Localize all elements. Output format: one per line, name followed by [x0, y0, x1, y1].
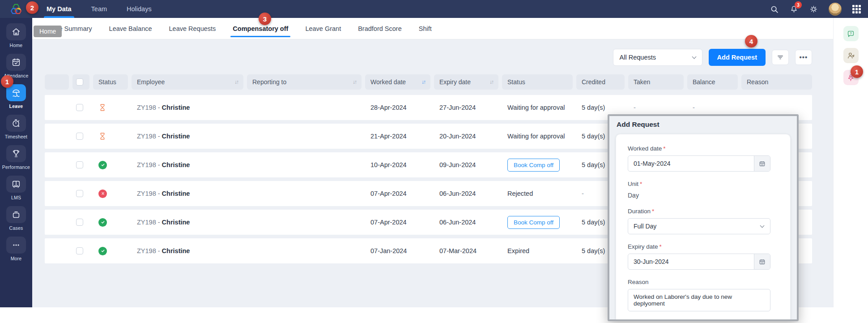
header-worked-date: Worked date↓↑: [365, 74, 430, 90]
tab-leave-balance[interactable]: Leave Balance: [109, 18, 152, 39]
expiry-date-cell: 06-Jun-2024: [434, 219, 498, 226]
rejected-x-icon: [98, 189, 107, 198]
expiry-date-cell: 07-Mar-2024: [434, 247, 498, 254]
sidebar-item-lms[interactable]: LMS: [0, 176, 32, 200]
reason-field: Reason Worked on Laborer's day due to ne…: [628, 279, 770, 311]
select-all-checkbox[interactable]: [76, 78, 83, 86]
timesheet-icon: [6, 115, 26, 132]
expiry-date-input[interactable]: 30-Jun-2024: [628, 254, 770, 270]
status-cell: Expired: [502, 247, 573, 254]
nav-item-my-data[interactable]: My Data: [46, 0, 72, 18]
unit-value: Day: [628, 191, 770, 199]
expiry-date-cell: 27-Jun-2024: [434, 104, 498, 111]
taken-cell: -: [628, 104, 684, 111]
chevron-down-icon: [692, 54, 696, 59]
row-checkbox[interactable]: [76, 161, 83, 168]
table-header: Status Employee↓↑ Reporting to↓↑ Worked …: [45, 74, 812, 90]
right-rail: ?: [833, 18, 868, 307]
sidebar-item-performance[interactable]: Performance: [0, 145, 32, 170]
user-avatar[interactable]: [829, 3, 842, 16]
tab-shift[interactable]: Shift: [419, 18, 432, 39]
approved-check-icon: [98, 218, 107, 227]
sidebar-item-home[interactable]: Home: [0, 23, 32, 48]
help-icon: ?: [847, 30, 855, 38]
duration-field: Duration* Full Day: [628, 208, 770, 234]
calendar-icon[interactable]: [754, 254, 770, 269]
svg-text:?: ?: [850, 31, 852, 35]
nav-item-team[interactable]: Team: [90, 0, 108, 18]
worked-date-input[interactable]: 01-May-2024: [628, 155, 770, 172]
sidebar: Home Attendance Leave Timesheet Performa…: [0, 18, 32, 307]
required-asterisk: *: [663, 145, 665, 152]
tab-leave-grant[interactable]: Leave Grant: [305, 18, 341, 39]
credited-cell: 5 day(s): [576, 104, 625, 111]
filter-icon: [776, 53, 784, 61]
status-cell: Book Comp off: [502, 159, 573, 172]
worked-date-cell: 28-Apr-2024: [365, 104, 430, 111]
worked-date-cell: 10-Apr-2024: [365, 161, 430, 168]
status-cell: Waiting for approval: [502, 133, 573, 140]
status-cell: Rejected: [502, 190, 573, 197]
annotation-badge-2: 2: [26, 1, 38, 14]
row-checkbox[interactable]: [76, 133, 83, 140]
sidebar-item-cases[interactable]: Cases: [0, 206, 32, 231]
sidebar-item-more[interactable]: More: [0, 237, 32, 261]
notifications-bell-icon[interactable]: 3: [789, 4, 798, 13]
approved-check-icon: [98, 161, 107, 169]
pending-hourglass-icon: [98, 103, 106, 112]
row-checkbox[interactable]: [76, 247, 83, 254]
annotation-badge-3: 3: [259, 13, 271, 25]
approved-check-icon: [98, 247, 107, 255]
apps-grid-icon[interactable]: [852, 5, 861, 13]
sort-icon-active[interactable]: ↓↑: [421, 79, 425, 85]
expiry-date-cell: 06-Jun-2024: [434, 190, 498, 197]
book-comp-off-button[interactable]: Book Comp off: [507, 216, 560, 229]
expiry-date-cell: 20-Jun-2024: [434, 133, 498, 140]
help-chat-button[interactable]: ?: [843, 26, 859, 41]
table-toolbar: All Requests Add Request •••: [45, 48, 812, 66]
home-icon: [6, 23, 26, 40]
worked-date-cell: 07-Apr-2024: [365, 190, 430, 197]
header-reporting-to: Reporting to↓↑: [247, 74, 362, 90]
org-people-button[interactable]: [843, 48, 859, 63]
header-status-icon: Status: [93, 74, 128, 90]
attendance-icon: [6, 54, 26, 71]
requests-filter-select[interactable]: All Requests: [613, 49, 702, 66]
tab-bradford-score[interactable]: Bradford Score: [358, 18, 402, 39]
add-request-button[interactable]: Add Request: [709, 49, 766, 66]
reason-textarea[interactable]: Worked on Laborer's day due to new deply…: [628, 289, 770, 311]
header-select-all: [72, 74, 89, 90]
header-balance: Balance: [687, 74, 738, 90]
performance-trophy-icon: [6, 145, 26, 162]
row-checkbox[interactable]: [76, 190, 83, 197]
add-request-modal: Add Request Worked date* 01-May-2024 Uni…: [608, 114, 799, 321]
header-status: Status: [502, 74, 573, 90]
header-credited: Credited: [576, 74, 625, 90]
settings-gear-icon[interactable]: [809, 4, 818, 13]
annotation-badge-4: 4: [745, 35, 757, 47]
duration-select[interactable]: Full Day: [628, 218, 770, 234]
sidebar-item-timesheet[interactable]: Timesheet: [0, 115, 32, 139]
sort-icon[interactable]: ↓↑: [489, 79, 493, 85]
header-expiry-date: Expiry date↓↑: [434, 74, 498, 90]
filter-button[interactable]: [772, 50, 789, 65]
unit-field: Unit* Day: [628, 181, 770, 199]
sort-icon[interactable]: ↓↑: [234, 79, 238, 85]
nav-item-holidays[interactable]: Holidays: [126, 0, 153, 18]
required-asterisk: *: [652, 208, 654, 215]
chevron-down-icon: [760, 223, 765, 228]
sort-icon[interactable]: ↓↑: [353, 79, 356, 85]
people-icon: [847, 51, 855, 60]
row-checkbox[interactable]: [76, 104, 83, 111]
home-tooltip: Home: [34, 26, 62, 37]
search-icon[interactable]: [770, 4, 779, 13]
tab-leave-requests[interactable]: Leave Requests: [169, 18, 216, 39]
topbar-actions: 3: [770, 3, 868, 16]
sidebar-item-attendance[interactable]: Attendance: [0, 54, 32, 78]
more-options-button[interactable]: •••: [795, 50, 812, 65]
sidebar-item-leave[interactable]: Leave: [0, 84, 32, 109]
book-comp-off-button[interactable]: Book Comp off: [507, 159, 560, 172]
row-checkbox[interactable]: [76, 219, 83, 226]
modal-form: Worked date* 01-May-2024 Unit* Day Durat…: [616, 134, 791, 321]
calendar-icon[interactable]: [754, 156, 770, 171]
